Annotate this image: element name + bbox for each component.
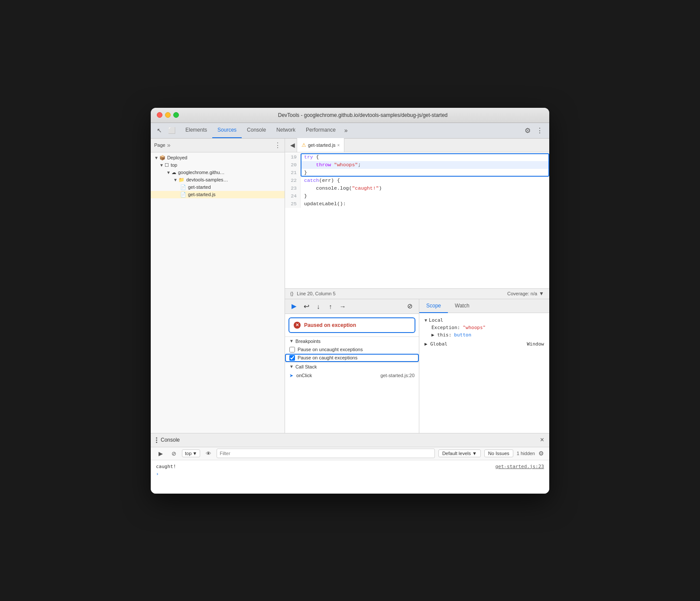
this-val: button bbox=[454, 332, 471, 338]
console-run-btn[interactable]: ▶ bbox=[156, 449, 165, 458]
device-icon[interactable]: ⬜ bbox=[166, 125, 177, 136]
breakpoints-section-header[interactable]: ▼ Breakpoints bbox=[285, 336, 419, 346]
console-dots[interactable] bbox=[156, 437, 157, 443]
call-stack-file: get-started.js:20 bbox=[380, 373, 415, 378]
local-label: Local bbox=[429, 317, 443, 323]
tree-item-get-started-js[interactable]: 📄 get-started.js bbox=[151, 191, 285, 198]
levels-arrow: ▼ bbox=[472, 451, 477, 456]
more-pages-btn[interactable]: » bbox=[167, 142, 171, 149]
tab-sources[interactable]: Sources bbox=[212, 123, 242, 138]
more-tabs[interactable]: » bbox=[341, 127, 351, 134]
console-chevron: › bbox=[156, 471, 159, 477]
tab-watch[interactable]: Watch bbox=[448, 299, 476, 313]
pause-error-icon: ✕ bbox=[294, 322, 301, 329]
scope-panel: Scope Watch ▼ Local Exception: "whoops" bbox=[419, 299, 549, 433]
console-hidden-btn[interactable]: 1 hidden bbox=[517, 451, 535, 456]
tree-item-get-started[interactable]: 📄 get-started bbox=[151, 184, 285, 191]
pause-uncaught-checkbox[interactable] bbox=[289, 347, 295, 352]
console-settings-icon[interactable]: ⚙ bbox=[538, 450, 544, 457]
right-side: ◀ ⚠ get-started.js × 19 try { 20 throw "… bbox=[285, 139, 549, 433]
resume-btn[interactable]: ▶ bbox=[288, 300, 300, 312]
code-editor[interactable]: 19 try { 20 throw "whoops"; 21 } 22 catc… bbox=[285, 152, 549, 288]
global-section-header[interactable]: ▶ Global Window bbox=[425, 340, 544, 348]
line-num-21: 21 bbox=[285, 169, 301, 177]
tree-item-devtools-samples[interactable]: ▼ 📁 devtools-samples… bbox=[151, 176, 285, 184]
paused-banner: ✕ Paused on exception bbox=[288, 317, 415, 333]
global-scope-section: ▶ Global Window bbox=[425, 340, 544, 348]
console-close-btn[interactable]: × bbox=[540, 436, 544, 444]
tree-item-googlechrome[interactable]: ▼ ☁ googlechrome.githu… bbox=[151, 169, 285, 176]
arrow-top: ▼ bbox=[159, 163, 164, 168]
devtools-tabbar: ↖ ⬜ Elements Sources Console Network Per… bbox=[151, 123, 549, 139]
pause-caught-checkbox[interactable] bbox=[289, 355, 295, 361]
console-block-btn[interactable]: ⊘ bbox=[169, 449, 178, 458]
pretty-print-btn[interactable]: {} bbox=[290, 291, 293, 296]
devtools-window: DevTools - googlechrome.github.io/devtoo… bbox=[151, 108, 549, 494]
coverage-btn[interactable]: ▼ bbox=[539, 291, 544, 297]
maximize-button[interactable] bbox=[173, 112, 179, 118]
call-stack-func: onClick bbox=[296, 373, 312, 378]
console-prompt: › bbox=[156, 470, 544, 478]
global-val: Window bbox=[527, 341, 544, 347]
arrow-devtools: ▼ bbox=[173, 178, 178, 182]
exception-key: Exception: bbox=[431, 325, 460, 330]
left-panel: Page » ⋮ ▼ 📦 Deployed ▼ ☐ top bbox=[151, 139, 285, 433]
settings-icon[interactable]: ⚙ bbox=[522, 124, 534, 136]
tab-scope[interactable]: Scope bbox=[419, 299, 448, 313]
nav-back-btn[interactable]: ◀ bbox=[288, 141, 297, 149]
tree-item-deployed[interactable]: ▼ 📦 Deployed bbox=[151, 154, 285, 162]
line-num-23: 23 bbox=[285, 184, 301, 192]
file-icon: 📄 bbox=[180, 184, 186, 190]
tree-label-googlechrome: googlechrome.githu… bbox=[178, 170, 225, 175]
tab-performance[interactable]: Performance bbox=[301, 123, 341, 138]
line-num-19: 19 bbox=[285, 153, 301, 161]
call-stack-section-header[interactable]: ▼ Call Stack bbox=[285, 362, 419, 371]
source-tab-close[interactable]: × bbox=[337, 143, 340, 148]
dot1 bbox=[156, 437, 157, 439]
global-label: ▶ Global bbox=[425, 341, 447, 347]
close-button[interactable] bbox=[157, 112, 162, 118]
console-eye-btn[interactable]: 👁 bbox=[204, 449, 213, 458]
step-over-btn[interactable]: ↩ bbox=[301, 300, 312, 312]
tab-console[interactable]: Console bbox=[242, 123, 271, 138]
call-stack-item-onclick[interactable]: ➤ onClick get-started.js:20 bbox=[285, 371, 419, 380]
console-filter-input[interactable] bbox=[217, 449, 435, 458]
step-btn[interactable]: → bbox=[337, 300, 348, 312]
console-output-file[interactable]: get-started.js:23 bbox=[495, 464, 544, 469]
dot3 bbox=[156, 442, 157, 443]
traffic-lights bbox=[157, 112, 179, 118]
tree-item-top[interactable]: ▼ ☐ top bbox=[151, 162, 285, 169]
cursor-icon[interactable]: ↖ bbox=[154, 125, 165, 136]
code-line-19: 19 try { bbox=[285, 153, 549, 161]
left-panel-menu-btn[interactable]: ⋮ bbox=[274, 141, 281, 149]
exception-val: "whoops" bbox=[463, 325, 486, 330]
step-into-btn[interactable]: ↓ bbox=[313, 300, 324, 312]
console-levels-btn[interactable]: Default levels ▼ bbox=[438, 449, 481, 457]
breakpoints-label: Breakpoints bbox=[295, 339, 321, 344]
tab-network[interactable]: Network bbox=[271, 123, 301, 138]
more-options-icon[interactable]: ⋮ bbox=[534, 124, 546, 136]
source-tab-label: get-started.js bbox=[308, 142, 336, 148]
source-tab-get-started-js[interactable]: ⚠ get-started.js × bbox=[297, 138, 344, 152]
line-num-24: 24 bbox=[285, 192, 301, 200]
tab-elements[interactable]: Elements bbox=[180, 123, 212, 138]
coverage-status: Coverage: n/a bbox=[507, 291, 537, 296]
console-toolbar: ▶ ⊘ top ▼ 👁 Default levels ▼ No Issues 1… bbox=[151, 447, 549, 460]
deactivate-breakpoints-btn[interactable]: ⊘ bbox=[404, 300, 415, 312]
code-content-24: } bbox=[301, 192, 307, 200]
step-out-btn[interactable]: ↑ bbox=[325, 300, 336, 312]
source-tabs: ◀ ⚠ get-started.js × bbox=[285, 139, 549, 152]
devtools-body: Page » ⋮ ▼ 📦 Deployed ▼ ☐ top bbox=[151, 139, 549, 433]
top-icon: ☐ bbox=[165, 162, 169, 168]
scope-content: ▼ Local Exception: "whoops" ▶ this: butt… bbox=[419, 313, 549, 353]
code-line-21: 21 } bbox=[285, 169, 549, 177]
console-panel: Console × ▶ ⊘ top ▼ 👁 Default levels ▼ N… bbox=[151, 433, 549, 494]
code-content-23: console.log("caught!") bbox=[301, 184, 382, 192]
console-issues-btn[interactable]: No Issues bbox=[484, 449, 513, 457]
console-top-selector[interactable]: top ▼ bbox=[182, 449, 200, 457]
local-section-header[interactable]: ▼ Local bbox=[425, 317, 544, 324]
tree-label-deployed: Deployed bbox=[167, 155, 187, 160]
this-key: ▶ this: bbox=[431, 332, 451, 338]
minimize-button[interactable] bbox=[165, 112, 171, 118]
js-file-icon: 📄 bbox=[180, 192, 186, 197]
